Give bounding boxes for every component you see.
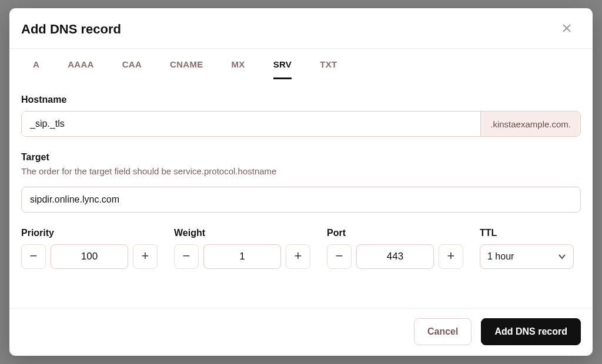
cancel-button[interactable]: Cancel (414, 318, 471, 345)
chevron-down-icon (558, 252, 566, 261)
tab-caa[interactable]: CAA (122, 59, 142, 79)
close-icon (562, 23, 571, 35)
ttl-field: TTL 1 hour (480, 228, 581, 269)
minus-icon: − (336, 250, 343, 262)
modal-footer: Cancel Add DNS record (9, 309, 593, 356)
close-button[interactable] (558, 21, 575, 38)
hostname-label: Hostname (21, 95, 581, 105)
submit-button-label: Add DNS record (494, 326, 567, 337)
priority-label: Priority (21, 228, 158, 238)
port-input[interactable] (356, 244, 434, 269)
record-type-tabs: A AAAA CAA CNAME MX SRV TXT (21, 49, 581, 79)
plus-icon: + (295, 250, 302, 262)
hostname-suffix: .kinstaexample.com. (480, 112, 580, 136)
weight-input[interactable] (203, 244, 281, 269)
target-hint: The order for the target field should be… (21, 166, 581, 176)
minus-icon: − (183, 250, 190, 262)
port-field: Port − + (327, 228, 463, 269)
tab-txt[interactable]: TXT (320, 59, 337, 79)
modal-body: A AAAA CAA CNAME MX SRV TXT Hostname .ki… (9, 49, 593, 309)
port-increment[interactable]: + (439, 244, 463, 269)
plus-icon: + (447, 250, 455, 262)
target-input[interactable] (21, 187, 581, 213)
priority-increment[interactable]: + (133, 244, 158, 269)
plus-icon: + (142, 250, 149, 262)
priority-decrement[interactable]: − (21, 244, 46, 269)
tab-mx[interactable]: MX (232, 59, 245, 79)
port-decrement[interactable]: − (327, 244, 352, 269)
tab-aaaa[interactable]: AAAA (68, 59, 94, 79)
priority-stepper: − + (21, 244, 158, 269)
cancel-button-label: Cancel (427, 326, 458, 337)
hostname-input-row: .kinstaexample.com. (21, 111, 581, 137)
tab-srv[interactable]: SRV (273, 59, 292, 79)
modal-title: Add DNS record (21, 22, 121, 37)
weight-field: Weight − + (174, 228, 310, 269)
submit-button[interactable]: Add DNS record (481, 318, 581, 345)
weight-increment[interactable]: + (286, 244, 310, 269)
port-label: Port (327, 228, 463, 238)
priority-field: Priority − + (21, 228, 158, 269)
weight-stepper: − + (174, 244, 310, 269)
modal-header: Add DNS record (9, 8, 593, 49)
ttl-select[interactable]: 1 hour (480, 244, 574, 269)
port-stepper: − + (327, 244, 463, 269)
minus-icon: − (30, 250, 38, 262)
ttl-value: 1 hour (487, 251, 514, 262)
tab-cname[interactable]: CNAME (170, 59, 203, 79)
weight-label: Weight (174, 228, 310, 238)
modal-backdrop: Add DNS record A AAAA CAA CNAME MX SRV T… (0, 0, 602, 364)
hostname-field: Hostname .kinstaexample.com. (21, 95, 581, 137)
weight-decrement[interactable]: − (174, 244, 199, 269)
hostname-input[interactable] (22, 112, 480, 136)
priority-input[interactable] (51, 244, 128, 269)
tab-a[interactable]: A (33, 59, 39, 79)
ttl-label: TTL (480, 228, 581, 238)
numeric-fields-row: Priority − + Weight (21, 228, 581, 269)
add-dns-record-modal: Add DNS record A AAAA CAA CNAME MX SRV T… (9, 8, 593, 356)
target-field: Target The order for the target field sh… (21, 152, 581, 213)
target-label: Target (21, 152, 581, 163)
